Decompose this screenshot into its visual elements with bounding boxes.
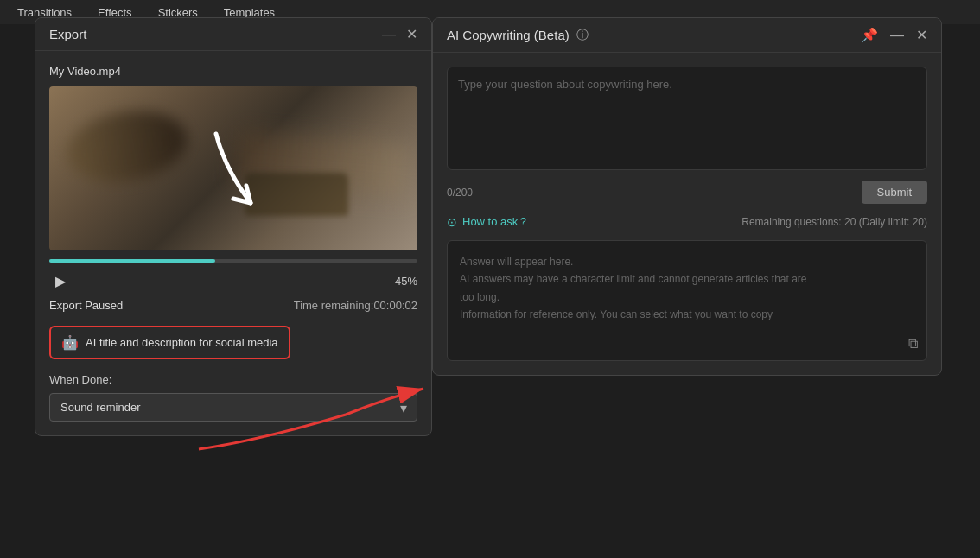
export-controls: ▶ 45% — [49, 269, 417, 292]
motion-blur-overlay-1 — [61, 102, 193, 191]
arrow-sketch — [190, 117, 277, 220]
video-preview — [49, 86, 417, 250]
ai-social-media-btn[interactable]: 🤖 AI title and description for social me… — [49, 326, 290, 359]
progress-bar-fill — [49, 259, 215, 263]
answer-line-1: AI answers may have a character limit an… — [460, 270, 914, 288]
pin-icon[interactable]: 📌 — [861, 27, 878, 43]
char-count-row: 0/200 Submit — [447, 181, 927, 204]
ai-btn-label: AI title and description for social medi… — [86, 336, 278, 349]
export-title: Export — [49, 27, 86, 41]
ai-title-left: AI Copywriting (Beta) ⓘ — [447, 28, 589, 43]
export-close-btn[interactable]: ✕ — [406, 28, 417, 41]
answer-line-3: Information for reference only. You can … — [460, 306, 914, 323]
remaining-questions: Remaining questions: 20 (Daily limit: 20… — [741, 216, 927, 228]
time-remaining: Time remaining:00:00:02 — [294, 299, 417, 312]
video-thumbnail — [49, 86, 417, 250]
how-to-left: ⊙ How to ask？ — [447, 214, 529, 230]
copy-btn[interactable]: ⧉ — [908, 336, 918, 352]
export-titlebar-controls: — ✕ — [382, 28, 417, 41]
answer-line-0: Answer will appear here. — [460, 253, 914, 270]
answer-text: Answer will appear here. AI answers may … — [460, 253, 914, 324]
char-count: 0/200 — [447, 187, 473, 199]
ai-dialog-titlebar: AI Copywriting (Beta) ⓘ 📌 — ✕ — [433, 18, 941, 53]
submit-btn[interactable]: Submit — [862, 181, 927, 204]
sound-reminder-select-wrapper: Sound reminder Open folder Shut down Non… — [49, 393, 417, 422]
play-pause-btn[interactable]: ▶ — [49, 269, 72, 292]
export-minimize-btn[interactable]: — — [382, 28, 396, 41]
export-titlebar: Export — ✕ — [35, 18, 431, 51]
export-dialog: Export — ✕ My Video.mp4 ▶ — [35, 17, 432, 436]
answer-line-2: too long. — [460, 289, 914, 306]
ai-dialog-body: 0/200 Submit ⊙ How to ask？ Remaining que… — [433, 53, 941, 375]
progress-bar-container — [49, 259, 417, 263]
answer-area: Answer will appear here. AI answers may … — [447, 240, 927, 361]
export-dialog-body: My Video.mp4 ▶ 45% Export Paus — [35, 51, 431, 435]
how-to-link[interactable]: How to ask？ — [462, 214, 529, 230]
how-to-row: ⊙ How to ask？ Remaining questions: 20 (D… — [447, 214, 927, 230]
export-status-row: Export Paused Time remaining:00:00:02 — [49, 299, 417, 312]
info-icon[interactable]: ⓘ — [576, 28, 589, 43]
sound-reminder-select[interactable]: Sound reminder Open folder Shut down Non… — [49, 393, 417, 422]
play-icon: ▶ — [55, 273, 66, 289]
when-done-label: When Done: — [49, 373, 417, 386]
export-status-text: Export Paused — [49, 299, 123, 312]
how-to-circle-icon: ⊙ — [447, 215, 457, 229]
ai-dialog-title: AI Copywriting (Beta) — [447, 28, 570, 42]
video-filename: My Video.mp4 — [49, 65, 417, 78]
ai-titlebar-controls: 📌 — ✕ — [861, 27, 927, 43]
ai-btn-icon: 🤖 — [61, 334, 79, 351]
ai-minimize-btn[interactable]: — — [890, 29, 904, 42]
ai-close-btn[interactable]: ✕ — [916, 29, 927, 42]
question-textarea[interactable] — [447, 67, 927, 170]
ai-copywriting-dialog: AI Copywriting (Beta) ⓘ 📌 — ✕ 0/200 Subm… — [432, 17, 942, 376]
export-percentage: 45% — [395, 275, 417, 288]
